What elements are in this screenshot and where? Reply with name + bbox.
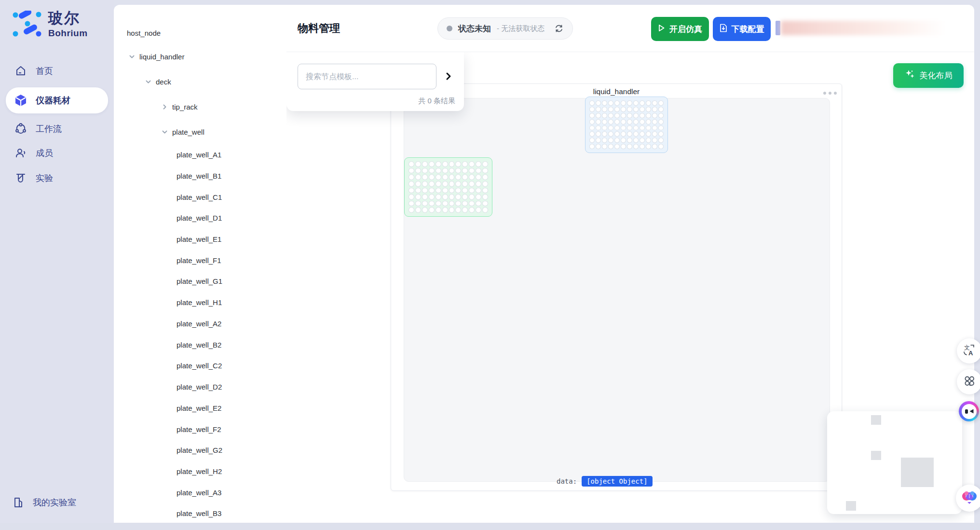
tree-item-plate_well_D1[interactable]: plate_well_D1 — [177, 210, 222, 225]
translate-button[interactable]: 文 A — [957, 338, 980, 363]
sidebar-item-my-lab[interactable]: 我的实验室 — [13, 496, 76, 509]
tree-item-label: plate_well_D2 — [177, 383, 222, 391]
well — [652, 144, 657, 149]
well — [602, 138, 607, 143]
sidebar-item-members[interactable]: 成员 — [6, 141, 108, 165]
apps-grid-button[interactable] — [957, 369, 980, 394]
chevron-down-icon[interactable] — [128, 53, 135, 60]
well — [449, 181, 455, 187]
tree-item-plate_well_A2[interactable]: plate_well_A2 — [177, 316, 221, 331]
sidebar-item-workflow[interactable]: 工作流 — [6, 117, 108, 140]
tree-item-plate_well_G1[interactable]: plate_well_G1 — [177, 274, 222, 288]
sidebar-item-experiments[interactable]: 实验 — [6, 167, 108, 190]
tree-item-plate_well_H1[interactable]: plate_well_H1 — [177, 295, 222, 309]
tree-item-plate_well_C2[interactable]: plate_well_C2 — [177, 358, 222, 373]
assistant-robot-button[interactable] — [959, 401, 979, 421]
well — [415, 168, 421, 174]
well — [614, 119, 620, 125]
deck-area[interactable] — [404, 98, 830, 482]
well — [476, 207, 481, 213]
well — [482, 194, 488, 200]
data-value-pill[interactable]: [object Object] — [582, 476, 652, 487]
sidebar-item-home[interactable]: 首页 — [6, 59, 108, 83]
sidebar-footer-label: 我的实验室 — [33, 497, 76, 508]
well — [633, 144, 639, 149]
ai-brain-button[interactable] — [956, 485, 980, 512]
tree-item-plate_well_G2[interactable]: plate_well_G2 — [177, 443, 222, 457]
start-simulation-button[interactable]: 开启仿真 — [651, 17, 709, 41]
collapse-panel-chevron-icon[interactable] — [442, 70, 455, 83]
well — [652, 119, 657, 125]
redacted-user-info — [776, 21, 960, 35]
tree-item-plate_well_F2[interactable]: plate_well_F2 — [177, 422, 221, 436]
well — [415, 161, 421, 167]
chevron-down-icon[interactable] — [145, 78, 151, 85]
liquid-handler-node[interactable]: liquid_handler data: [object Object] — [391, 84, 842, 491]
tree-item-label: plate_well_A1 — [177, 151, 221, 159]
well — [633, 138, 639, 143]
tree-item-label: plate_well — [172, 128, 204, 136]
node-more-dots-icon[interactable] — [823, 92, 837, 95]
tree-item-plate_well_F1[interactable]: plate_well_F1 — [177, 253, 221, 267]
tree-item-host_node[interactable]: host_node — [127, 26, 161, 40]
tree-item-deck[interactable]: deck — [145, 74, 171, 89]
tree-item-plate_well_B2[interactable]: plate_well_B2 — [177, 337, 221, 352]
well — [482, 161, 488, 167]
well — [633, 126, 639, 131]
well — [658, 113, 664, 118]
tree-item-plate_well_E2[interactable]: plate_well_E2 — [177, 401, 221, 415]
tree-item-label: plate_well_C2 — [177, 362, 222, 370]
tree-item-label: deck — [156, 78, 171, 86]
well — [608, 100, 613, 106]
well — [640, 107, 645, 112]
tree-item-plate_well_B3[interactable]: plate_well_B3 — [177, 506, 221, 520]
well — [596, 138, 601, 143]
tip-rack-plate[interactable] — [585, 97, 668, 153]
sidebar-item-label: 成员 — [36, 147, 53, 159]
tree-item-plate_well_C1[interactable]: plate_well_C1 — [177, 190, 222, 204]
tree-item-plate_well_B1[interactable]: plate_well_B1 — [177, 168, 221, 183]
sidebar-item-label: 实验 — [36, 172, 53, 184]
well — [455, 188, 461, 194]
well — [614, 113, 620, 118]
chevron-down-icon[interactable] — [161, 128, 168, 135]
tree-item-plate_well[interactable]: plate_well — [161, 125, 204, 139]
tree-item-plate_well_D2[interactable]: plate_well_D2 — [177, 379, 222, 394]
download-config-button[interactable]: 下载配置 — [713, 17, 771, 41]
chevron-right-icon[interactable] — [161, 103, 168, 110]
tree-item-plate_well_A1[interactable]: plate_well_A1 — [177, 147, 221, 162]
well — [658, 119, 664, 125]
refresh-icon[interactable] — [554, 24, 564, 33]
tree-item-plate_well_A3[interactable]: plate_well_A3 — [177, 485, 221, 500]
well — [482, 174, 488, 180]
well — [462, 207, 468, 213]
tree-item-plate_well_E1[interactable]: plate_well_E1 — [177, 232, 221, 246]
flow-canvas[interactable]: 美化布局 liquid_handler data: [object Object… — [286, 52, 974, 523]
search-input[interactable] — [298, 64, 436, 89]
search-result-count: 共 0 条结果 — [418, 97, 455, 106]
well — [415, 188, 421, 194]
well — [589, 107, 595, 112]
well — [462, 188, 468, 194]
sidebar-item-instruments[interactable]: 仪器耗材 — [6, 87, 108, 113]
tree-item-plate_well_H2[interactable]: plate_well_H2 — [177, 464, 222, 478]
tree-item-liquid_handler[interactable]: liquid_handler — [128, 49, 184, 64]
minimap[interactable] — [827, 411, 962, 514]
sparkles-icon — [905, 69, 915, 82]
well — [415, 181, 421, 187]
well — [429, 181, 435, 187]
well — [442, 174, 448, 180]
workflow-icon — [14, 123, 27, 135]
well — [614, 138, 620, 143]
well — [596, 107, 601, 112]
tree-item-label: plate_well_F2 — [177, 425, 221, 433]
well — [442, 201, 448, 207]
cube-icon — [14, 94, 27, 107]
well — [652, 126, 657, 131]
well — [646, 107, 651, 112]
tree-item-label: plate_well_D1 — [177, 214, 222, 222]
well — [608, 107, 613, 112]
tree-item-tip_rack[interactable]: tip_rack — [161, 99, 198, 114]
beautify-layout-button[interactable]: 美化布局 — [893, 63, 964, 88]
plate-well-plate[interactable] — [404, 157, 492, 217]
